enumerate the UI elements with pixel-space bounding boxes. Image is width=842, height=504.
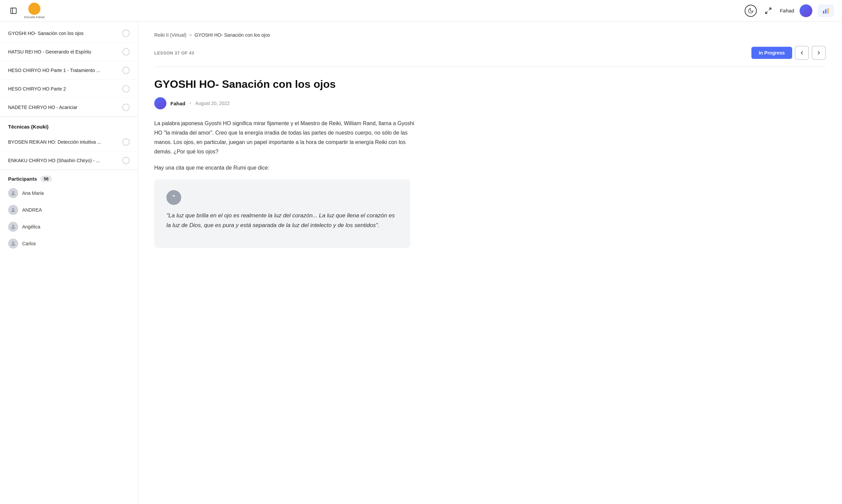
sidebar-kouki-text-2: ENKAKU CHIRYO HO (Shashin Chiryo) - ...	[8, 158, 118, 163]
sidebar-toggle-button[interactable]	[8, 5, 19, 16]
svg-point-10	[12, 241, 14, 244]
user-name: Fahad	[780, 8, 794, 14]
logo: Escuela Fahad	[24, 3, 45, 19]
participant-name-2: ANDREA	[22, 207, 42, 213]
quote-text: "La luz que brilla en el ojo es realment…	[166, 211, 398, 231]
sidebar: GYOSHI HO- Sanación con los ojos HATSU R…	[0, 21, 138, 504]
lesson-body: La palabra japonesa Gyoshi HO significa …	[154, 119, 417, 248]
author-row: Fahad • August 20, 2022	[154, 97, 826, 109]
quote-icon: "	[166, 190, 181, 205]
prev-lesson-button[interactable]	[795, 46, 809, 60]
participants-header: Participants 56	[0, 170, 138, 185]
author-avatar	[154, 97, 166, 109]
breadcrumb-current: GYOSHI HO- Sanación con los ojos	[195, 32, 270, 38]
in-progress-button[interactable]: In Progress	[751, 47, 792, 59]
sidebar-kouki-item-1[interactable]: BYOSEN REIKAN HO: Detección intuitiva ..…	[0, 133, 138, 151]
fullscreen-button[interactable]	[762, 5, 774, 17]
author-date: August 20, 2022	[195, 101, 230, 106]
sidebar-lesson-item-5[interactable]: NADETE CHIRYO HO - Acariciar	[0, 98, 138, 117]
sidebar-lesson-item-1[interactable]: GYOSHI HO- Sanación con los ojos	[0, 24, 138, 43]
sidebar-lesson-text-2: HATSU REI HO - Generando el Espíritu	[8, 49, 118, 54]
sidebar-kouki-radio-1	[122, 138, 130, 146]
participant-name-3: Angélica	[22, 224, 40, 230]
sidebar-kouki-radio-2	[122, 157, 130, 164]
topbar-right: Fahad	[745, 4, 834, 17]
participant-avatar-1	[8, 188, 18, 198]
svg-point-8	[12, 208, 14, 210]
sidebar-kouki-item-2[interactable]: ENKAKU CHIRYO HO (Shashin Chiryo) - ...	[0, 151, 138, 170]
logo-circle	[28, 3, 40, 15]
lesson-paragraph-2: Hay una cita que me encanta de Rumi que …	[154, 163, 417, 173]
participant-name-4: Carlos	[22, 241, 36, 246]
sidebar-radio-2	[122, 48, 130, 55]
svg-rect-5	[825, 9, 826, 14]
sidebar-lesson-item-3[interactable]: HESO CHIRYO HO Parte 1 - Tratamiento ...	[0, 61, 138, 80]
sidebar-lesson-item-2[interactable]: HATSU REI HO - Generando el Espíritu	[0, 43, 138, 61]
sidebar-radio-1	[122, 30, 130, 37]
lesson-controls: In Progress	[751, 46, 826, 60]
quote-mark: "	[172, 193, 175, 203]
main-layout: GYOSHI HO- Sanación con los ojos HATSU R…	[0, 21, 842, 504]
participant-avatar-2	[8, 205, 18, 215]
participant-item-4: Carlos	[0, 235, 138, 252]
lesson-meta: LESSON 37 OF 43	[154, 51, 194, 55]
svg-line-2	[769, 8, 771, 10]
topbar: Escuela Fahad Fahad	[0, 0, 842, 21]
author-name: Fahad	[170, 101, 185, 106]
breadcrumb: Reiki II (Virtual) > GYOSHI HO- Sanación…	[154, 32, 826, 38]
sidebar-radio-5	[122, 104, 130, 111]
svg-point-9	[12, 225, 14, 227]
svg-point-7	[12, 191, 14, 193]
user-avatar	[800, 4, 812, 17]
sidebar-lesson-text-4: HESO CHIRYO HO Parte 2	[8, 86, 118, 91]
breadcrumb-parent[interactable]: Reiki II (Virtual)	[154, 32, 186, 38]
lesson-paragraph-1: La palabra japonesa Gyoshi HO significa …	[154, 119, 417, 157]
participant-item-2: ANDREA	[0, 201, 138, 218]
quote-block: " "La luz que brilla en el ojo es realme…	[154, 179, 410, 248]
sidebar-radio-4	[122, 85, 130, 92]
participant-avatar-4	[8, 238, 18, 249]
participants-label: Participants	[8, 176, 37, 182]
svg-rect-6	[827, 8, 829, 14]
sidebar-lesson-text-5: NADETE CHIRYO HO - Acariciar	[8, 105, 118, 110]
participants-count: 56	[40, 176, 52, 182]
svg-rect-0	[11, 8, 17, 14]
participant-item-3: Angélica	[0, 218, 138, 235]
svg-line-3	[766, 11, 768, 13]
analytics-button[interactable]	[818, 4, 834, 17]
participant-item-1: Ana Maria	[0, 185, 138, 201]
lesson-header: LESSON 37 OF 43 In Progress	[154, 46, 826, 67]
sidebar-lesson-item-4[interactable]: HESO CHIRYO HO Parte 2	[0, 80, 138, 98]
dark-mode-button[interactable]	[745, 5, 757, 17]
next-lesson-button[interactable]	[812, 46, 826, 60]
sidebar-lesson-text-3: HESO CHIRYO HO Parte 1 - Tratamiento ...	[8, 68, 118, 73]
content-area: Reiki II (Virtual) > GYOSHI HO- Sanación…	[138, 21, 842, 504]
breadcrumb-separator: >	[189, 32, 192, 38]
participant-name-1: Ana Maria	[22, 191, 44, 196]
logo-text: Escuela Fahad	[24, 16, 45, 19]
sidebar-radio-3	[122, 67, 130, 74]
topbar-left: Escuela Fahad	[8, 3, 45, 19]
svg-rect-4	[823, 11, 824, 14]
lesson-title: GYOSHI HO- Sanación con los ojos	[154, 78, 826, 90]
sidebar-lesson-text-1: GYOSHI HO- Sanación con los ojos	[8, 31, 118, 36]
author-separator: •	[189, 100, 191, 106]
sidebar-kouki-text-1: BYOSEN REIKAN HO: Detección intuitiva ..…	[8, 139, 118, 145]
participant-avatar-3	[8, 222, 18, 232]
kouki-section-header: Técnicas (Kouki)	[0, 117, 138, 133]
